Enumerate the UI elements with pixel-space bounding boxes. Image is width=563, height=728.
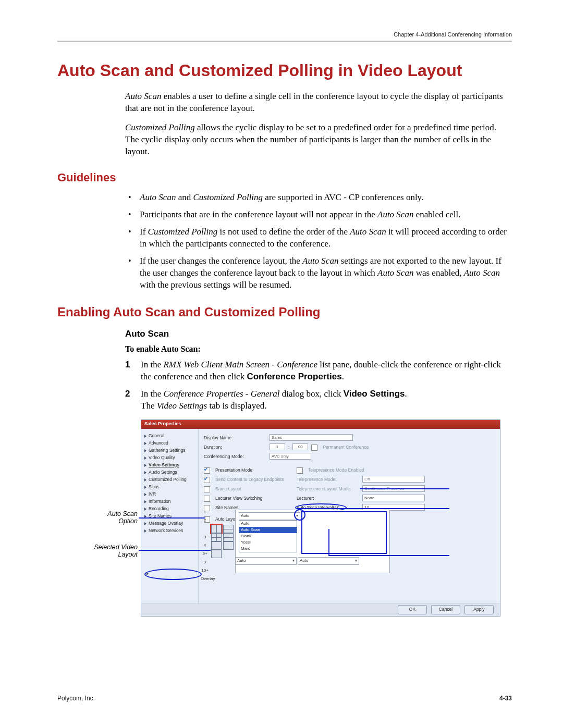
tp-layout-mode-label: Telepresence Layout Mode: (297, 486, 359, 491)
layout-thumb-1x2[interactable] (211, 525, 222, 533)
guideline-4: If the user changes the conference layou… (125, 255, 512, 291)
lect-switch-checkbox[interactable] (204, 496, 210, 502)
header-rule (57, 41, 512, 42)
nav-gathering-settings[interactable]: Gathering Settings (143, 447, 196, 454)
footer-company: Polycom, Inc. (57, 695, 95, 702)
same-layout-checkbox[interactable] (204, 486, 210, 492)
permanent-label: Permanent Conference (323, 445, 369, 450)
step-1: 1 In the RMX Web Client Main Screen - Co… (125, 359, 512, 383)
nav-video-quality[interactable]: Video Quality (143, 454, 196, 461)
send-legacy-checkbox[interactable] (204, 477, 210, 483)
tp-mode-field[interactable]: Off (362, 476, 425, 483)
lecturer-label: Lecturer: (297, 496, 359, 501)
conf-mode-field[interactable]: AVC only (270, 453, 311, 460)
footer-page-number: 4-33 (499, 695, 512, 702)
same-layout-label: Same Layout (215, 486, 293, 491)
display-name-label: Display Name: (204, 435, 266, 440)
layout-thumb-row4 (211, 550, 222, 558)
nav-advanced[interactable]: Advanced (143, 439, 196, 447)
display-name-field[interactable]: Sales (270, 434, 353, 441)
anno-line-autoscan-option (139, 517, 205, 519)
layout-thumb-e[interactable] (211, 550, 222, 558)
apply-button[interactable]: Apply (464, 605, 494, 614)
nav-customized-polling[interactable]: Customized Polling (143, 476, 196, 483)
dialog-main: Display Name: Sales Duration: 1 : 00 Per… (199, 429, 500, 603)
dialog-footer: OK Cancel Apply (141, 603, 500, 616)
layout-row-numbers: 1 2 3 4 5+ 9 10+ Overlay (201, 508, 209, 583)
anno-line-cell-v (328, 529, 329, 555)
tp-enabled-label: Telepresence Mode Enabled (308, 467, 364, 473)
conf-mode-label: Conferencing Mode: (204, 454, 266, 459)
cell-combo-dropdown[interactable]: Auto Auto Scan Blank Yossi Marc (239, 520, 297, 552)
page-title: Auto Scan and Customized Polling in Vide… (57, 61, 512, 80)
nav-recording[interactable]: Recording (143, 505, 196, 512)
layout-thumb-row (211, 525, 234, 533)
permanent-checkbox[interactable] (311, 445, 317, 451)
nav-skins[interactable]: Skins (143, 483, 196, 490)
nav-information[interactable]: Information (143, 498, 196, 505)
guideline-1: Auto Scan and Customized Polling are sup… (125, 192, 512, 204)
anno-line-selected-layout (139, 550, 211, 551)
guidelines-heading: Guidelines (57, 171, 512, 184)
nav-message-overlay[interactable]: Message Overlay (143, 520, 196, 527)
anno-line-dropdown (297, 508, 449, 509)
term-auto-scan: Auto Scan (125, 91, 161, 101)
dialog-title: Sales Properties (141, 420, 500, 429)
dialog-screenshot: Auto Scan Option Selected Video Layout A… (141, 419, 500, 616)
nav-network-services[interactable]: Network Services (143, 527, 196, 534)
auto-scan-subheading: Auto Scan (125, 329, 512, 339)
layout-thumb-b[interactable] (223, 533, 234, 541)
dialog-body: General Advanced Gathering Settings Vide… (141, 429, 500, 603)
anno-line-cell-h (328, 555, 449, 556)
send-legacy-label: Send Content to Legacy Endpoints (215, 477, 293, 482)
duration-minutes[interactable]: 00 (292, 443, 308, 450)
to-enable-lead: To enable Auto Scan: (125, 344, 512, 354)
nav-general[interactable]: General (143, 432, 196, 439)
intro-block: Auto Scan enables a user to define a sin… (125, 91, 512, 158)
intro-p2: Customized Polling allows the cyclic dis… (125, 122, 512, 158)
selected-layout-cell[interactable] (301, 511, 387, 554)
layout-thumb-c[interactable] (211, 541, 222, 550)
term-customized-polling: Customized Polling (125, 122, 195, 132)
callout-selected-video-layout: Selected Video Layout (91, 544, 138, 559)
guideline-3: If Customized Polling is not used to def… (125, 226, 512, 250)
lect-switch-label: Lecturer View Switching (215, 496, 293, 501)
nav-audio-settings[interactable]: Audio Settings (143, 468, 196, 476)
guidelines-list: Auto Scan and Customized Polling are sup… (125, 192, 512, 291)
page: Chapter 4-Additional Conferencing Inform… (0, 0, 563, 728)
row3-combo-b[interactable]: Auto (298, 557, 359, 565)
steps-list: 1 In the RMX Web Client Main Screen - Co… (125, 359, 512, 412)
step-2: 2 In the Conference Properties - General… (125, 388, 512, 412)
layout-thumb-a[interactable] (211, 533, 222, 541)
dropdown-button-circle (294, 509, 305, 521)
presentation-mode-checkbox[interactable] (204, 467, 210, 474)
dialog-nav: General Advanced Gathering Settings Vide… (141, 429, 199, 603)
duration-label: Duration: (204, 445, 266, 450)
layout-thumb-2x1[interactable] (223, 525, 234, 533)
callout-auto-scan-option: Auto Scan Option (91, 510, 138, 525)
cell-combo[interactable]: Auto (239, 512, 300, 520)
layout-thumb-d[interactable] (223, 541, 234, 550)
page-footer: Polycom, Inc. 4-33 (57, 695, 512, 702)
row3-combo-a[interactable]: Auto (235, 557, 297, 565)
nav-video-settings[interactable]: Video Settings (143, 461, 196, 468)
tp-mode-label: Telepresence Mode: (297, 477, 359, 482)
anno-line-intervals (360, 488, 449, 489)
ok-button[interactable]: OK (398, 605, 427, 614)
guidelines-block: Auto Scan and Customized Polling are sup… (125, 192, 512, 291)
layout-thumb-row3 (211, 541, 234, 550)
nav-ivr[interactable]: IVR (143, 490, 196, 498)
nav-highlight-oval (144, 569, 202, 580)
lecturer-field[interactable]: None (362, 495, 425, 501)
duration-hours[interactable]: 1 (270, 443, 285, 450)
enabling-heading: Enabling Auto Scan and Customized Pollin… (57, 305, 512, 319)
intro-p1: Auto Scan enables a user to define a sin… (125, 91, 512, 115)
cancel-button[interactable]: Cancel (431, 605, 460, 614)
tp-enabled-checkbox[interactable] (297, 467, 303, 474)
layout-thumb-row2 (211, 533, 234, 541)
running-header: Chapter 4-Additional Conferencing Inform… (57, 31, 512, 38)
guideline-2: Participants that are in the conference … (125, 209, 512, 221)
presentation-mode-label: Presentation Mode (215, 467, 293, 473)
